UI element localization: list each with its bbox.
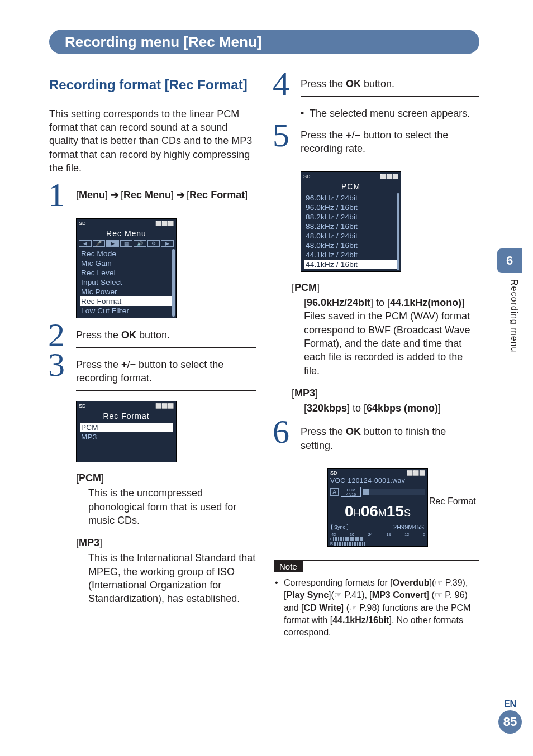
step-5: 5 Press the +/− button to select the rec… [274, 128, 479, 162]
step-number: 6 [273, 413, 289, 451]
chapter-side-label: Recording menu [509, 279, 519, 352]
intro-paragraph: This setting corresponds to the linear P… [49, 107, 256, 175]
progress-bar [363, 489, 425, 495]
lcd-tab-icons: ◀🎤▶▦🔊⚙▶ [77, 239, 176, 248]
lcd-elapsed-time: 0H06M15S [328, 499, 427, 523]
arrow-right-icon: ➔ [177, 189, 184, 200]
page-number: 85 [498, 710, 522, 734]
language-code: EN [498, 699, 522, 709]
lcd-title: Rec Menu [77, 228, 176, 239]
chapter-tab: 6 [497, 248, 522, 273]
format-pcm-block: [PCM] This is the uncompressed phonologi… [76, 472, 256, 527]
sync-badge: Sync [331, 524, 348, 530]
step-1-heading: [Menu] ➔ [Rec Menu] ➔ [Rec Format] [76, 188, 256, 208]
format-mp3-block: [MP3] This is the International Standard… [76, 537, 256, 605]
arrow-right-icon: ➔ [111, 189, 118, 200]
step-4-sub: The selected menu screen appears. [301, 107, 479, 120]
step-2: 2 Press the OK button. [49, 328, 256, 348]
step-number: 1 [48, 176, 65, 214]
section-title: Recording format [Rec Format] [49, 77, 256, 97]
lcd-remain-time: 2H99M45S [393, 524, 424, 530]
lcd-screenshot-result: SD⬜⬜⬜ VOC 120124-0001.wav A PCM44/16 0H0… [301, 468, 479, 547]
page-number-badge: EN 85 [498, 699, 522, 734]
lcd-screenshot-rec-format: SD⬜⬜⬜ Rec Format PCM MP3 [76, 401, 177, 462]
page-header-pill: Recording menu [Rec Menu] [49, 30, 479, 54]
note-body: Corresponding formats for [Overdub](☞ P.… [274, 577, 479, 639]
step-6: 6 Press the OK button to finish the sett… [274, 425, 479, 458]
step-1: 1 [Menu] ➔ [Rec Menu] ➔ [Rec Format] [49, 188, 256, 208]
lcd-title: Rec Format [77, 410, 176, 422]
callout-line [400, 501, 428, 501]
step-2-heading: Press the OK button. [76, 328, 256, 348]
lcd-screenshot-rec-menu: SD⬜⬜⬜ Rec Menu ◀🎤▶▦🔊⚙▶ Rec Mode Mic Gain… [76, 218, 177, 318]
mp3-range-block: [MP3] [320kbps] to [64kbps (mono)] [292, 387, 479, 415]
step-number: 5 [273, 116, 289, 155]
lcd-screenshot-pcm-rates: SD⬜⬜⬜ PCM 96.0kHz / 24bit 96.0kHz / 16bi… [301, 171, 401, 272]
step-5-heading: Press the +/− button to select the recor… [301, 128, 479, 162]
step-4: 4 Press the OK button. [274, 77, 479, 97]
step-3-heading: Press the +/− button to select the recor… [76, 358, 256, 391]
step-number: 4 [273, 65, 289, 103]
callout-label: Rec Format [429, 496, 476, 506]
lcd-filename: VOC 120124-0001.wav [328, 477, 427, 485]
note-tag: Note [274, 561, 303, 572]
step-4-heading: Press the OK button. [301, 77, 479, 97]
step-6-heading: Press the OK button to finish the settin… [301, 425, 479, 458]
lcd-menu-list: 96.0kHz / 24bit 96.0kHz / 16bit 88.2kHz … [301, 192, 401, 271]
lcd-level-meter: -42-30-24-18-12-6 L R [328, 532, 427, 546]
rec-format-indicator: PCM44/16 [341, 487, 361, 497]
note-box: Note Corresponding formats for [Overdub]… [274, 560, 479, 639]
lcd-title: PCM [301, 181, 401, 192]
lcd-menu-list: PCM MP3 [77, 422, 176, 462]
pcm-range-block: [PCM] [96.0kHz/24bit] to [44.1kHz(mono)]… [292, 282, 479, 377]
step-3: 3 Press the +/− button to select the rec… [49, 358, 256, 391]
lcd-menu-list: Rec Mode Mic Gain Rec Level Input Select… [77, 248, 176, 318]
step-number: 3 [48, 346, 65, 384]
